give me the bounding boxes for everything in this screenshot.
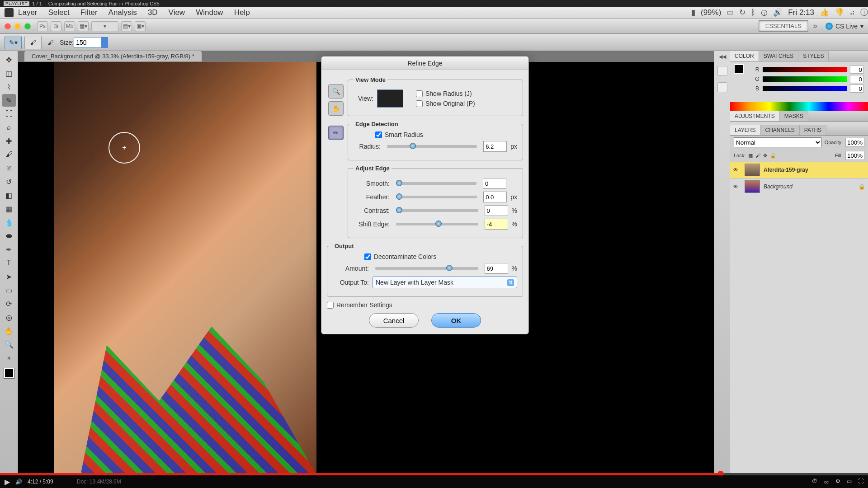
lock-pixels-icon[interactable]: 🖌 [755,153,760,158]
layer-thumbnail[interactable] [745,164,760,176]
r-slider[interactable] [763,67,847,72]
window-minimize-button[interactable] [14,23,21,29]
view-thumbnail-dropdown[interactable] [377,89,403,108]
settings-gear-icon[interactable]: ⚙ [835,478,840,486]
healing-brush-tool[interactable]: ✚ [2,135,16,147]
bridge-button[interactable]: Br [51,21,61,31]
show-original-checkbox[interactable]: Show Original (P) [416,100,475,107]
share-icon[interactable]: ⠴ [849,8,855,17]
brush-tool[interactable]: 🖌 [2,148,16,161]
visibility-toggle-icon[interactable]: 👁 [733,183,741,190]
layer-row[interactable]: 👁 Background 🔒 [730,178,868,195]
play-button[interactable]: ▶ [5,478,10,486]
b-input[interactable] [850,84,863,93]
ok-button[interactable]: OK [431,313,481,328]
smooth-slider[interactable] [396,182,476,185]
feather-slider[interactable] [396,196,477,198]
menu-window[interactable]: Window [196,8,223,17]
refine-radius-brush-button[interactable]: ✏ [328,126,344,140]
decontaminate-colors-checkbox[interactable]: Decontaminate Colors [364,253,517,260]
swap-colors-icon[interactable]: ⤭ [2,352,16,364]
3d-orbit-tool[interactable]: ◎ [2,311,16,324]
g-slider[interactable] [763,76,847,82]
g-input[interactable] [850,75,863,83]
tab-adjustments[interactable]: ADJUSTMENTS [730,111,780,121]
dodge-tool[interactable]: ⬬ [2,230,16,242]
minibridge-button[interactable]: Mb [64,21,75,31]
view-extras-button[interactable]: ▦▾ [78,21,89,31]
thumbs-down-icon[interactable]: 👎 [835,8,844,17]
fullscreen-button[interactable]: ⛶ [858,478,863,486]
history-brush-tool[interactable]: ↺ [2,175,16,188]
tab-masks[interactable]: MASKS [780,111,808,121]
smooth-input[interactable] [483,178,506,189]
history-panel-icon[interactable] [717,66,727,76]
brush-options-icon[interactable]: 🖌 [44,36,57,49]
menu-analysis[interactable]: Analysis [108,8,137,17]
menu-view[interactable]: View [169,8,185,17]
radius-input[interactable] [483,141,507,152]
layer-name[interactable]: Aferdita-159-gray [764,167,808,173]
layer-thumbnail[interactable] [745,180,760,193]
theater-mode-button[interactable]: ▭ [847,478,852,486]
tab-color[interactable]: COLOR [730,51,759,61]
clone-stamp-tool[interactable]: ⎚ [2,162,16,174]
captions-button[interactable]: ㏄ [824,478,829,486]
zoom-tool[interactable]: 🔍 [2,338,16,351]
fg-color-swatch[interactable] [734,64,744,74]
screen-mode-button[interactable]: ▣▾ [135,21,146,31]
remember-settings-checkbox[interactable]: Remember Settings [327,301,523,309]
window-close-button[interactable] [5,23,11,29]
radius-slider[interactable] [387,145,477,148]
tab-layers[interactable]: LAYERS [730,125,760,135]
amount-input[interactable] [485,263,508,274]
eyedropper-tool[interactable]: ⌕ [2,121,16,134]
document-tab[interactable]: Cover_Background.psd @ 33.3% (Aferdita-1… [24,51,202,62]
window-zoom-button[interactable] [24,23,31,29]
visibility-toggle-icon[interactable]: 👁 [733,167,741,173]
pen-tool[interactable]: ✒ [2,243,16,256]
info-panel-icon[interactable] [717,82,727,92]
shift-edge-input[interactable] [485,219,508,230]
zoom-dropdown[interactable]: ▾ [91,21,118,31]
cs-live-button[interactable]: CS Live ▾ [826,23,863,30]
refine-radius-tool-button[interactable]: ✎▾ [5,36,22,49]
contrast-slider[interactable] [396,209,478,212]
workspace-overflow-icon[interactable]: » [813,21,817,31]
info-icon[interactable]: ⓘ [860,7,868,18]
lock-transparency-icon[interactable]: ▦ [748,153,753,159]
color-spectrum[interactable] [730,102,868,111]
smart-radius-checkbox[interactable]: Smart Radius [375,131,517,138]
contrast-input[interactable] [485,205,508,216]
opacity-input[interactable] [845,138,864,147]
output-to-select[interactable]: New Layer with Layer Mask ⇅ [373,277,517,288]
hand-tool-button[interactable]: ✋ [328,101,344,116]
path-selection-tool[interactable]: ➤ [2,270,16,283]
lock-position-icon[interactable]: ✥ [763,153,767,159]
watch-later-button[interactable]: ⏱ [812,478,817,486]
layer-name[interactable]: Background [764,183,793,190]
menu-filter[interactable]: Filter [80,8,98,17]
lock-all-icon[interactable]: 🔒 [770,153,776,159]
lasso-tool[interactable]: ⌇ [2,80,16,93]
tab-channels[interactable]: CHANNELS [760,125,799,135]
quick-selection-tool[interactable]: ✎ [2,94,16,107]
thumbs-up-icon[interactable]: 👍 [820,8,829,17]
brush-size-dropdown[interactable] [102,37,108,48]
type-tool[interactable]: T [2,257,16,269]
arrange-docs-button[interactable]: ▤▾ [121,21,132,31]
menu-layer[interactable]: Layer [18,8,38,17]
volume-button[interactable]: 🔊 [15,479,22,485]
foreground-color-swatch[interactable] [4,368,14,378]
b-slider[interactable] [763,86,847,91]
menu-select[interactable]: Select [48,8,70,17]
marquee-tool[interactable]: ◫ [2,67,16,80]
menu-help[interactable]: Help [234,8,250,17]
r-input[interactable] [850,66,863,74]
move-tool[interactable]: ✥ [2,53,16,66]
feather-input[interactable] [483,192,507,202]
show-radius-checkbox[interactable]: Show Radius (J) [416,90,475,97]
tab-styles[interactable]: STYLES [798,51,829,61]
blend-mode-select[interactable]: Normal [734,137,822,147]
3d-rotate-tool[interactable]: ⟳ [2,297,16,310]
